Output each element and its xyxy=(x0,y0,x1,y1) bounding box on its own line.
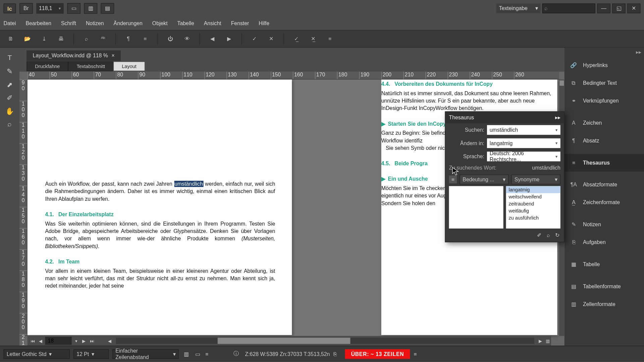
panel-thesaurus[interactable]: ≡Thesaurus xyxy=(565,154,644,172)
page-number-field[interactable]: 18 xyxy=(45,337,72,345)
synonym-item[interactable]: zu ausführlich xyxy=(506,215,560,222)
synonym-item[interactable]: zeitraubend xyxy=(506,200,560,207)
column-icon[interactable]: ▥ xyxy=(182,351,190,357)
screen-mode-icon[interactable]: ▭ xyxy=(67,3,80,14)
panel-notizen[interactable]: ✎Notizen xyxy=(565,216,644,234)
menubar[interactable]: Datei Bearbeiten Schrift Notizen Änderun… xyxy=(0,17,644,30)
lookup-icon[interactable]: ⌕ xyxy=(547,232,550,238)
panel-tabellenformate[interactable]: ▤Tabellenformate xyxy=(565,278,644,295)
selected-word[interactable]: umständlich xyxy=(174,181,203,187)
synonym-item[interactable]: weitschweifend xyxy=(506,193,560,200)
panel-icon: ⧉ xyxy=(569,79,579,87)
find-icon[interactable]: ⌕ xyxy=(80,34,93,44)
zoom-dropdown[interactable]: 118,1▾ xyxy=(36,3,64,14)
horizontal-scrollbar[interactable] xyxy=(116,338,534,344)
hidden-chars-icon[interactable]: ¶ xyxy=(122,34,135,44)
reject-all-icon[interactable]: ✕̲ xyxy=(307,34,319,44)
panel-bedingter text[interactable]: ⧉Bedingter Text xyxy=(565,74,644,92)
menu-notizen[interactable]: Notizen xyxy=(86,20,104,26)
panel-absatz[interactable]: ¶Absatz xyxy=(565,132,644,149)
tab-textabschnitt[interactable]: Textabschnitt xyxy=(68,61,113,71)
synonyms-list[interactable]: langatmigweitschweifendzeitraubendweitlä… xyxy=(506,186,560,229)
relation-dropdown[interactable]: Synonyme▾ xyxy=(511,175,560,184)
font-size-dropdown[interactable]: 12 Pt▾ xyxy=(73,349,109,359)
font-family-dropdown[interactable]: Letter Gothic Std▾ xyxy=(4,349,70,359)
first-page-icon[interactable]: ⏮ xyxy=(29,337,36,344)
search-input[interactable]: ⌕ xyxy=(542,4,595,13)
collapse-panels-icon[interactable]: ▸▸ xyxy=(565,48,644,56)
open-icon[interactable]: 📂 xyxy=(21,34,34,44)
thesaurus-language-field[interactable]: Deutsch: 2006 Rechtschre...▾ xyxy=(487,152,560,161)
panel-zeichen[interactable]: AZeichen xyxy=(565,114,644,132)
accept-all-icon[interactable]: ✓̲ xyxy=(290,34,303,44)
zoom-tool-icon[interactable]: ⌕ xyxy=(3,118,16,130)
panel-tabelle[interactable]: ▦Tabelle xyxy=(565,255,644,273)
type-tool-icon[interactable]: T xyxy=(3,52,16,64)
panel-icon: ▥ xyxy=(569,300,579,308)
panel-zellenformate[interactable]: ▥Zellenformate xyxy=(565,295,644,313)
synonym-item[interactable]: langatmig xyxy=(506,186,560,193)
split-view-icon[interactable]: ▥ xyxy=(544,337,551,344)
menu-fenster[interactable]: Fenster xyxy=(231,20,249,26)
definition-icon[interactable]: ≡ xyxy=(449,176,457,184)
menu-tabelle[interactable]: Tabelle xyxy=(177,20,194,26)
note-tool-icon[interactable]: ✎ xyxy=(3,65,16,77)
leading-dropdown[interactable]: Einfacher Zeilenabstand▾ xyxy=(112,349,179,359)
tab-druckfahne[interactable]: Druckfahne xyxy=(26,61,68,71)
menu-bearbeiten[interactable]: Bearbeiten xyxy=(26,20,52,26)
next-icon[interactable]: ▶ xyxy=(223,34,235,44)
preview-icon[interactable]: 👁 xyxy=(181,34,193,44)
menu-ansicht[interactable]: Ansicht xyxy=(204,20,221,26)
load-word-icon[interactable]: ✐ xyxy=(537,232,541,238)
position-tool-icon[interactable]: ⬈ xyxy=(3,79,16,90)
frame-icon[interactable]: ▭ xyxy=(194,351,202,357)
menu-datei[interactable]: Datei xyxy=(4,20,16,26)
panel-icon: ▦ xyxy=(569,260,579,268)
maximize-button[interactable]: ◱ xyxy=(612,4,626,13)
tab-layout[interactable]: Layout xyxy=(113,61,145,71)
prev-page-icon[interactable]: ◀ xyxy=(37,337,44,344)
thesaurus-change-field[interactable]: langatmig▾ xyxy=(487,138,560,148)
panel-menu-icon[interactable]: ▸▸ xyxy=(555,115,560,121)
minimize-button[interactable]: — xyxy=(597,4,610,13)
panel-absatzformate[interactable]: ¶AAbsatzformate xyxy=(565,176,644,194)
thesaurus-search-field[interactable]: umständlich▾ xyxy=(487,125,560,135)
panel-dock: ▸▸ 🔗Hyperlinks⧉Bedingter Text⚭Verknüpfun… xyxy=(565,48,644,346)
new-icon[interactable]: 🗎 xyxy=(4,34,17,44)
view-options-icon[interactable]: ▤ xyxy=(101,3,114,14)
synonym-item[interactable]: weitläufig xyxy=(506,207,560,214)
document-tab[interactable]: Layout_Workflow.indd @ 118 %× xyxy=(26,50,121,61)
workspace-dropdown[interactable]: Texteingabe▾ xyxy=(496,4,541,13)
eyedropper-tool-icon[interactable]: ✐ xyxy=(3,92,16,103)
menu-icon[interactable]: ≡ xyxy=(324,34,336,44)
control-bar: 🗎 📂 ⤓ 🖶 ⌕ ᴬᵇ ¶ ≡ ⏻ 👁 ◀ ▶ ✓ ✕ ✓̲ ✕̲ ≡ xyxy=(0,30,644,48)
spellcheck-icon[interactable]: ᴬᵇ xyxy=(97,34,109,44)
menu-aenderungen[interactable]: Änderungen xyxy=(114,20,143,26)
meanings-list[interactable] xyxy=(449,186,503,229)
meaning-dropdown[interactable]: Bedeutung ...▾ xyxy=(460,175,508,184)
power-icon[interactable]: ⏻ xyxy=(164,34,176,44)
print-icon[interactable]: 🖶 xyxy=(55,34,67,44)
page-navigator[interactable]: ⏮ ◀ 18 ▾ ▶ ⏭ ◀ ▶ ▥ xyxy=(28,336,551,346)
menu-hilfe[interactable]: Hilfe xyxy=(259,20,269,26)
save-icon[interactable]: ⤓ xyxy=(38,34,50,44)
options-icon[interactable]: ≡ xyxy=(139,34,151,44)
prev-icon[interactable]: ◀ xyxy=(206,34,219,44)
arrange-icon[interactable]: ▥ xyxy=(84,3,98,14)
panel-hyperlinks[interactable]: 🔗Hyperlinks xyxy=(565,57,644,74)
change-icon[interactable]: ↻ xyxy=(555,232,559,238)
menu-objekt[interactable]: Objekt xyxy=(152,20,168,26)
hand-tool-icon[interactable]: ✋ xyxy=(3,105,16,117)
accept-icon[interactable]: ✓ xyxy=(248,34,261,44)
panel-verknüpfungen[interactable]: ⚭Verknüpfungen xyxy=(565,92,644,110)
panel-zeichenformate[interactable]: A̲Zeichenformate xyxy=(565,194,644,212)
last-page-icon[interactable]: ⏭ xyxy=(89,337,96,344)
close-tab-icon[interactable]: × xyxy=(111,53,114,59)
thesaurus-panel[interactable]: Thesaurus▸▸ Suchen:umständlich▾ Ändern i… xyxy=(445,111,565,242)
reject-icon[interactable]: ✕ xyxy=(265,34,277,44)
next-page-icon[interactable]: ▶ xyxy=(80,337,88,344)
bridge-icon[interactable]: Br xyxy=(19,3,33,14)
menu-schrift[interactable]: Schrift xyxy=(61,20,76,26)
close-button[interactable]: ✕ xyxy=(627,4,641,13)
panel-aufgaben[interactable]: ⎘Aufgaben xyxy=(565,233,644,251)
